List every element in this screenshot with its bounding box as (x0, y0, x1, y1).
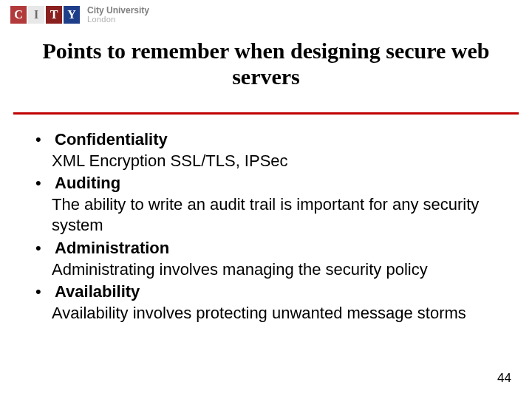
bullet-dot-icon: • (35, 282, 55, 303)
page-number: 44 (497, 371, 511, 386)
bullet-item: • Auditing The ability to write an audit… (35, 173, 501, 236)
bullet-heading: Administration (55, 238, 169, 259)
logo-text-top: City University (87, 6, 149, 16)
bullet-heading: Availability (55, 282, 140, 303)
bullet-description: Availability involves protecting unwante… (52, 303, 480, 324)
logo-tiles: C I T Y (10, 6, 80, 24)
bullet-dot-icon: • (35, 238, 55, 259)
logo-tile-y: Y (64, 6, 80, 24)
slide: C I T Y City University London Points to… (0, 0, 532, 399)
slide-title: Points to remember when designing secure… (0, 38, 532, 89)
logo-text: City University London (87, 6, 149, 24)
bullet-description: XML Encryption SSL/TLS, IPSec (52, 151, 480, 172)
bullet-heading: Confidentiality (55, 129, 168, 151)
slide-body: • Confidentiality XML Encryption SSL/TLS… (35, 129, 501, 325)
bullet-item: • Administration Administrating involves… (35, 238, 501, 280)
logo-tile-c: C (10, 6, 27, 24)
bullet-description: The ability to write an audit trail is i… (52, 194, 480, 236)
logo-block: C I T Y City University London (10, 6, 149, 24)
bullet-heading: Auditing (55, 173, 120, 194)
logo-tile-t: T (46, 6, 62, 24)
logo-text-bottom: London (87, 16, 149, 24)
bullet-description: Administrating involves managing the sec… (52, 259, 480, 281)
bullet-item: • Confidentiality XML Encryption SSL/TLS… (35, 129, 501, 171)
divider-rule (13, 112, 519, 115)
bullet-dot-icon: • (35, 129, 55, 151)
bullet-dot-icon: • (35, 173, 55, 194)
bullet-item: • Availability Availability involves pro… (35, 282, 501, 324)
logo-tile-i: I (28, 6, 44, 24)
